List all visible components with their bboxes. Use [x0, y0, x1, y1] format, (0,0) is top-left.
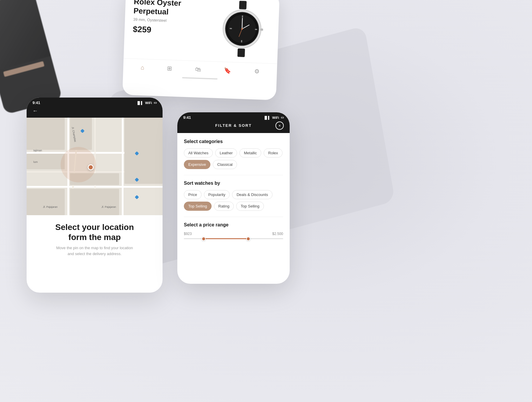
price-title: Select a price range	[184, 222, 283, 228]
price-labels: $923 $2.500	[184, 232, 283, 236]
categories-title: Select categories	[184, 139, 283, 144]
map-bottom: Select your locationform the map Move th…	[27, 215, 163, 262]
map-title: Select your locationform the map	[35, 222, 154, 242]
nav-bag-icon[interactable]: 🛍	[195, 66, 201, 73]
sort-chips: Price Popularity Deals & Discounts Top S…	[184, 190, 283, 211]
bottom-nav: ⌂ ⊞ 🛍 🔖 ⚙	[123, 58, 277, 79]
filter-status-icons: ▐▌▌ WiFi ▭	[263, 116, 284, 119]
road-v3	[122, 118, 124, 215]
svg-rect-14	[237, 48, 245, 57]
sort-title: Sort watches by	[184, 181, 283, 186]
svg-rect-0	[239, 1, 247, 9]
price-slider-fill	[204, 238, 248, 239]
map-status-icons: ▐▌▌ WiFi ▭	[136, 101, 157, 105]
map-header: ←	[27, 107, 163, 118]
map-area: tajiman lum Jl. Champlas Jl. Pajajaran J…	[27, 118, 163, 215]
price-slider-track[interactable]	[184, 238, 283, 239]
filter-divider-1	[184, 175, 283, 175]
filter-divider-2	[184, 217, 283, 217]
block6	[70, 189, 119, 215]
battery-icon: ▭	[154, 101, 157, 105]
nav-home-icon[interactable]: ⌂	[141, 64, 145, 71]
price-thumb-left[interactable]	[202, 237, 206, 241]
chip-expensive[interactable]: Expensive	[184, 160, 210, 169]
chip-classical[interactable]: Classical	[213, 160, 237, 169]
filter-status-bar: 9:41 ▐▌▌ WiFi ▭	[177, 112, 290, 121]
filter-header: FILTER & SORT ×	[177, 121, 290, 133]
product-price: $259	[133, 25, 214, 37]
product-content: Rolex Oyster Perpetual 39 mm, Oysterstee…	[124, 0, 280, 61]
price-max: $2.500	[272, 232, 283, 236]
filter-body: Select categories All Watches Leather Me…	[177, 133, 290, 246]
map-label-pajajaran1: Jl. Pajajaran	[43, 205, 58, 208]
chip-leather[interactable]: Leather	[215, 148, 237, 158]
wifi-icon: WiFi	[145, 101, 152, 105]
filter-status-time: 9:41	[183, 115, 191, 120]
nav-grid-icon[interactable]: ⊞	[167, 65, 172, 72]
chip-metallic[interactable]: Metallic	[239, 148, 261, 158]
block7	[124, 118, 163, 184]
filter-signal-icon: ▐▌▌	[263, 116, 270, 119]
phone-filter: 9:41 ▐▌▌ WiFi ▭ FILTER & SORT × Select c…	[177, 112, 290, 284]
chip-rolex[interactable]: Rolex	[264, 148, 282, 158]
svg-line-9	[242, 18, 242, 29]
price-min: $923	[184, 232, 192, 236]
product-subtitle: 39 mm, Oystersteel	[133, 17, 214, 25]
nav-bookmark-icon[interactable]: 🔖	[224, 67, 231, 74]
filter-close-button[interactable]: ×	[275, 121, 284, 130]
chip-top-selling-1[interactable]: Top Selling	[184, 202, 212, 211]
signal-icon: ▐▌▌	[136, 101, 143, 105]
svg-rect-5	[242, 15, 243, 18]
block3	[27, 154, 65, 169]
chip-price[interactable]: Price	[184, 190, 202, 199]
filter-wifi-icon: WiFi	[272, 116, 279, 119]
map-label-pajajaran2: Jl. Pajajaran	[101, 205, 116, 208]
map-back-button[interactable]: ←	[33, 108, 38, 114]
filter-header-title: FILTER & SORT	[215, 123, 252, 128]
phone-dark-screen	[0, 0, 51, 71]
phone-map: 9:41 ▐▌▌ WiFi ▭ ←	[27, 98, 163, 293]
map-status-time: 9:41	[33, 100, 40, 105]
map-label-tajiman: tajiman	[33, 149, 42, 152]
chip-popularity[interactable]: Popularity	[204, 190, 230, 199]
chip-top-selling-2[interactable]: Top Selling	[236, 202, 264, 211]
price-thumb-right[interactable]	[246, 237, 250, 241]
watch-svg	[216, 0, 268, 58]
chip-deals-discounts[interactable]: Deals & Discounts	[232, 190, 272, 199]
block1	[27, 118, 65, 150]
product-title: Rolex Oyster Perpetual	[133, 0, 215, 18]
close-icon: ×	[278, 123, 281, 128]
map-label-lum: lum	[33, 161, 38, 163]
svg-rect-8	[230, 28, 232, 29]
svg-rect-13	[260, 28, 263, 31]
svg-rect-6	[241, 40, 242, 43]
svg-rect-7	[255, 29, 257, 30]
product-text: Rolex Oyster Perpetual 39 mm, Oysterstee…	[133, 0, 215, 37]
block5	[27, 189, 65, 215]
map-subtitle: Move the pin on the map to find your loc…	[35, 245, 154, 257]
product-watch-image	[216, 0, 271, 61]
chip-all-watches[interactable]: All Watches	[184, 148, 213, 158]
chip-rating[interactable]: Rating	[214, 202, 234, 211]
nav-settings-icon[interactable]: ⚙	[254, 68, 260, 75]
nav-indicator	[182, 77, 218, 80]
map-status-bar: 9:41 ▐▌▌ WiFi ▭	[27, 98, 163, 107]
phone-product: Rolex Oyster Perpetual 39 mm, Oysterstee…	[122, 0, 280, 100]
filter-battery-icon: ▭	[281, 116, 284, 119]
category-chips: All Watches Leather Metallic Rolex Expen…	[184, 148, 283, 169]
